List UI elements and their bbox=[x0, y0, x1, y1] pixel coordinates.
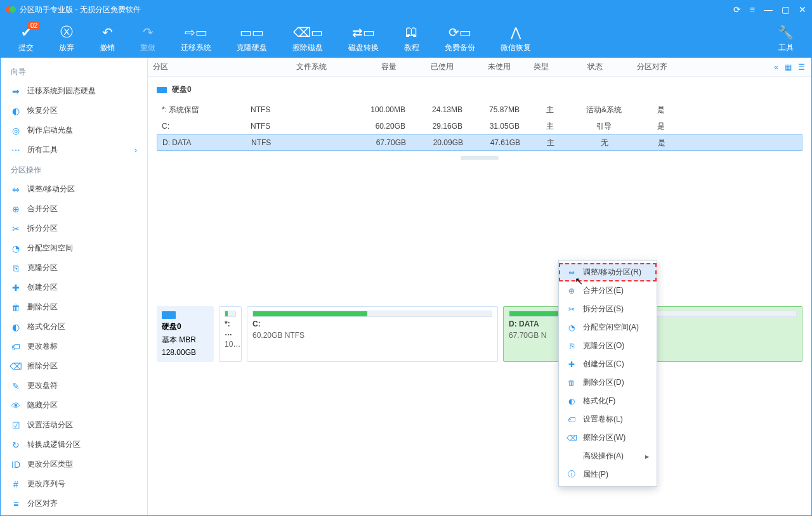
sidebar-item-label: 隐藏分区 bbox=[27, 400, 58, 411]
col-capacity[interactable]: 容量 bbox=[332, 61, 402, 72]
minimize-icon[interactable]: — bbox=[764, 5, 773, 14]
wipe-button[interactable]: ⌫▭擦除磁盘 bbox=[280, 18, 336, 58]
cell-partition: D: DATA bbox=[157, 138, 246, 147]
discard-button[interactable]: ⓧ放弃 bbox=[46, 18, 87, 58]
col-free[interactable]: 未使用 bbox=[459, 61, 516, 72]
sidebar-op-item[interactable]: #更改序列号 bbox=[1, 474, 147, 494]
context-item-label: 分配空闲空间(A) bbox=[583, 322, 639, 333]
tutorial-icon: 🕮 bbox=[405, 23, 418, 41]
sidebar: 向导 ➡迁移系统到固态硬盘◐恢复分区◎制作启动光盘⋯所有工具› 分区操作 ⇔调整… bbox=[1, 58, 148, 515]
sidebar-item-icon: ◐ bbox=[11, 322, 21, 332]
sidebar-op-item[interactable]: ✎更改盘符 bbox=[1, 376, 147, 396]
sidebar-item-label: 更改序列号 bbox=[27, 479, 65, 489]
partition-row[interactable]: C: NTFS 60.20GB 29.16GB 31.05GB 主 引导 是 bbox=[157, 118, 802, 134]
disk-header[interactable]: 硬盘0 bbox=[157, 84, 802, 95]
sidebar-head-ops: 分区操作 bbox=[1, 160, 147, 179]
sidebar-op-item[interactable]: ☑设置活动分区 bbox=[1, 415, 147, 435]
sidebar-op-item[interactable]: ⇔调整/移动分区 bbox=[1, 179, 147, 199]
sidebar-item-label: 更改分区类型 bbox=[27, 459, 73, 470]
splitter-handle[interactable] bbox=[461, 156, 499, 160]
context-menu-item[interactable]: ✂拆分分区(S) bbox=[559, 300, 657, 318]
diskmap-partition[interactable]: C: 60.20GB NTFS bbox=[247, 306, 498, 362]
sidebar-item-label: 创建分区 bbox=[27, 282, 58, 293]
collapse-columns-icon[interactable]: « bbox=[774, 63, 778, 72]
sidebar-item-label: 更改卷标 bbox=[27, 341, 58, 352]
partition-row[interactable]: *: 系统保留 NTFS 100.00MB 24.13MB 75.87MB 主 … bbox=[157, 101, 802, 118]
sidebar-wizard-item[interactable]: ◐恢复分区 bbox=[1, 101, 147, 120]
sidebar-op-item[interactable]: 👁隐藏分区 bbox=[1, 396, 147, 415]
view-list-icon[interactable]: ☰ bbox=[798, 63, 805, 72]
wechat-button[interactable]: ⋀微信恢复 bbox=[488, 18, 544, 58]
sidebar-op-item[interactable]: ⊕合并分区 bbox=[1, 199, 147, 219]
clone-icon: ▭▭ bbox=[240, 23, 264, 41]
context-item-icon: ⇔ bbox=[566, 268, 577, 277]
sidebar-op-item[interactable]: ↻转换成逻辑分区 bbox=[1, 435, 147, 455]
context-menu-item[interactable]: 🗑删除分区(D) bbox=[559, 373, 657, 392]
menu-icon[interactable]: ≡ bbox=[750, 5, 755, 14]
sidebar-wizard-item[interactable]: ⋯所有工具› bbox=[1, 140, 147, 160]
backup-button[interactable]: ⟳▭免费备份 bbox=[432, 18, 488, 58]
tutorial-button[interactable]: 🕮教程 bbox=[391, 18, 432, 58]
sidebar-op-item[interactable]: 🏷更改卷标 bbox=[1, 337, 147, 356]
col-type[interactable]: 类型 bbox=[516, 61, 566, 72]
diskmap-part-sub: 10… bbox=[225, 340, 236, 349]
sidebar-item-icon: ➡ bbox=[11, 86, 21, 96]
titlebar[interactable]: 分区助手专业版 - 无损分区免费软件 ⟳ ≡ — ▢ ✕ bbox=[1, 1, 811, 18]
maximize-icon[interactable]: ▢ bbox=[782, 5, 790, 14]
context-menu-item[interactable]: ⓘ属性(P) bbox=[559, 465, 657, 484]
cell-free: 47.61GB bbox=[468, 138, 525, 147]
svg-point-1 bbox=[10, 6, 16, 13]
context-menu-item[interactable]: ◔分配空闲空间(A) bbox=[559, 318, 657, 337]
sidebar-wizard-item[interactable]: ◎制作启动光盘 bbox=[1, 120, 147, 140]
submit-button[interactable]: 02 ✔ 提交 bbox=[6, 18, 46, 58]
sidebar-op-item[interactable]: ⎘克隆分区 bbox=[1, 258, 147, 278]
sidebar-op-item[interactable]: ◔分配空闲空间 bbox=[1, 238, 147, 258]
context-menu-item[interactable]: ⇔调整/移动分区(R) bbox=[559, 263, 657, 281]
sidebar-op-item[interactable]: ✚创建分区 bbox=[1, 278, 147, 297]
diskmap-partition[interactable]: *: … 10… bbox=[219, 306, 242, 362]
col-used[interactable]: 已使用 bbox=[402, 61, 459, 72]
context-item-label: 属性(P) bbox=[583, 469, 608, 480]
convert-button[interactable]: ⇄▭磁盘转换 bbox=[336, 18, 391, 58]
submenu-arrow-icon: ▸ bbox=[645, 452, 649, 461]
col-align[interactable]: 分区对齐 bbox=[624, 61, 681, 72]
cell-cap: 60.20GB bbox=[341, 122, 410, 131]
sidebar-op-item[interactable]: ◐格式化分区 bbox=[1, 317, 147, 337]
clone-button[interactable]: ▭▭克隆硬盘 bbox=[224, 18, 280, 58]
context-item-icon: 🏷 bbox=[566, 415, 577, 424]
col-filesystem[interactable]: 文件系统 bbox=[237, 61, 332, 72]
context-item-label: 合并分区(E) bbox=[583, 285, 624, 296]
diskmap-part-label: C: bbox=[252, 319, 492, 328]
tools-button[interactable]: 🔧工具 bbox=[765, 18, 806, 58]
view-grid-icon[interactable]: ▦ bbox=[785, 63, 792, 72]
col-status[interactable]: 状态 bbox=[566, 61, 624, 72]
sidebar-op-item[interactable]: ⌫擦除分区 bbox=[1, 356, 147, 376]
sidebar-op-item[interactable]: ✂拆分分区 bbox=[1, 219, 147, 238]
sidebar-item-label: 更改盘符 bbox=[27, 380, 58, 391]
sidebar-item-label: 拆分分区 bbox=[27, 223, 58, 234]
cell-align: 是 bbox=[632, 105, 690, 115]
sidebar-item-icon: ◔ bbox=[11, 243, 21, 254]
sidebar-op-item[interactable]: ID更改分区类型 bbox=[1, 455, 147, 474]
migrate-button[interactable]: ⇨▭迁移系统 bbox=[168, 18, 224, 58]
cell-type: 主 bbox=[525, 121, 575, 132]
cell-stat: 无 bbox=[576, 138, 633, 148]
col-partition[interactable]: 分区 bbox=[148, 61, 237, 72]
sidebar-op-item[interactable]: 🗑删除分区 bbox=[1, 297, 147, 317]
disk-map-info[interactable]: 硬盘0 基本 MBR 128.00GB bbox=[157, 306, 214, 362]
close-icon[interactable]: ✕ bbox=[799, 5, 806, 14]
context-menu-item[interactable]: ◐格式化(F) bbox=[559, 392, 657, 410]
context-menu-item[interactable]: 高级操作(A)▸ bbox=[559, 447, 657, 465]
sidebar-head-wizard: 向导 bbox=[1, 61, 147, 81]
context-menu-item[interactable]: ⊕合并分区(E) bbox=[559, 281, 657, 300]
undo-button[interactable]: ↶撤销 bbox=[87, 18, 128, 58]
sidebar-item-icon: ☑ bbox=[11, 420, 21, 430]
context-menu-item[interactable]: 🏷设置卷标(L) bbox=[559, 410, 657, 429]
sidebar-wizard-item[interactable]: ➡迁移系统到固态硬盘 bbox=[1, 81, 147, 101]
sidebar-op-item[interactable]: ≡分区对齐 bbox=[1, 494, 147, 513]
context-menu-item[interactable]: ⌫擦除分区(W) bbox=[559, 429, 657, 447]
context-menu-item[interactable]: ⎘克隆分区(O) bbox=[559, 337, 657, 355]
refresh-icon[interactable]: ⟳ bbox=[733, 5, 741, 14]
partition-row[interactable]: D: DATA NTFS 67.70GB 20.09GB 47.61GB 主 无… bbox=[157, 134, 802, 151]
context-menu-item[interactable]: ✚创建分区(C) bbox=[559, 355, 657, 373]
